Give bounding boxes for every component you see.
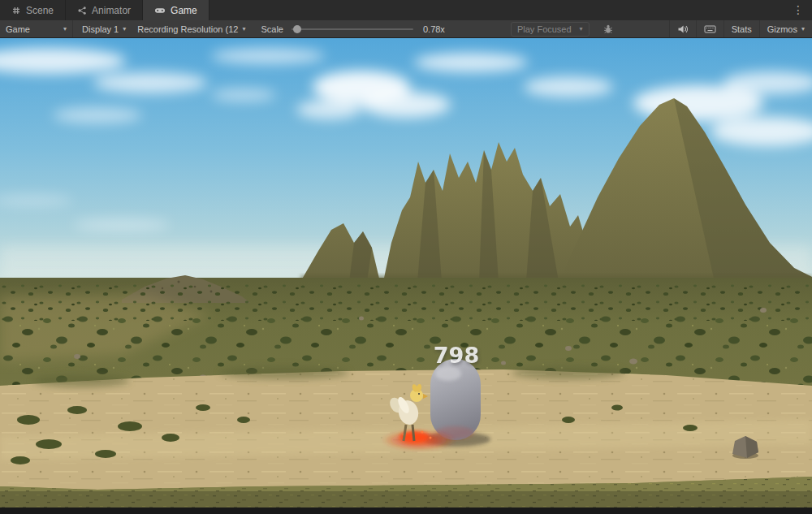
chevron-down-icon: ▾: [63, 26, 67, 32]
view-mode-dropdown[interactable]: Game ▾: [0, 20, 73, 37]
chevron-down-icon: ▾: [801, 26, 805, 32]
mute-audio-button[interactable]: [669, 20, 696, 37]
debug-bug-button[interactable]: [599, 24, 617, 35]
scale-slider[interactable]: [292, 28, 413, 30]
resolution-label: Recording Resolution (12: [137, 24, 238, 34]
hit-effect-glow: [382, 430, 456, 451]
play-focused-dropdown[interactable]: Play Focused ▾: [511, 22, 590, 37]
keyboard-shortcuts-button[interactable]: [696, 20, 723, 37]
bottom-strip: [0, 508, 812, 514]
bug-icon: [603, 24, 614, 35]
scale-label: Scale: [261, 24, 283, 34]
display-dropdown[interactable]: Display 1 ▾: [76, 20, 132, 37]
toolbar-right-group: Stats Gizmos ▾: [669, 20, 812, 37]
chevron-down-icon: ▾: [580, 26, 583, 32]
chevron-down-icon: ▾: [123, 26, 126, 32]
stats-button[interactable]: Stats: [723, 20, 759, 37]
game-view-toolbar: Game ▾ Display 1 ▾ Recording Resolution …: [0, 20, 812, 38]
grid-icon: [11, 6, 21, 15]
tab-game[interactable]: Game: [143, 0, 209, 20]
gamepad-icon: [154, 6, 166, 15]
play-focused-label: Play Focused: [517, 24, 572, 34]
tab-label: Scene: [26, 5, 54, 16]
resolution-dropdown[interactable]: Recording Resolution (12 ▾: [132, 20, 251, 37]
display-label: Display 1: [82, 24, 119, 34]
speaker-icon: [677, 24, 689, 34]
character-eye: [418, 393, 420, 395]
damage-number: 798 798: [434, 343, 480, 369]
animator-icon: [77, 6, 87, 15]
svg-text:798: 798: [434, 343, 479, 368]
character-leg: [412, 425, 414, 441]
view-mode-label: Game: [6, 24, 30, 34]
stats-label: Stats: [732, 24, 752, 34]
scale-slider-thumb[interactable]: [293, 25, 301, 33]
overflow-menu-icon[interactable]: ⋮: [789, 2, 807, 18]
editor-tab-bar: Scene Animator Game ⋮: [0, 0, 812, 20]
gizmos-label: Gizmos: [767, 24, 797, 34]
scale-value: 0.78x: [423, 24, 452, 34]
gizmos-dropdown[interactable]: Gizmos ▾: [759, 20, 812, 37]
game-viewport[interactable]: 798 798: [0, 38, 812, 508]
game-render: 798 798: [0, 38, 812, 508]
chevron-down-icon: ▾: [242, 26, 245, 32]
tab-scene[interactable]: Scene: [0, 0, 66, 20]
tab-label: Game: [171, 5, 197, 16]
tab-label: Animator: [92, 5, 131, 16]
keyboard-icon: [704, 24, 716, 34]
tab-animator[interactable]: Animator: [66, 0, 143, 20]
